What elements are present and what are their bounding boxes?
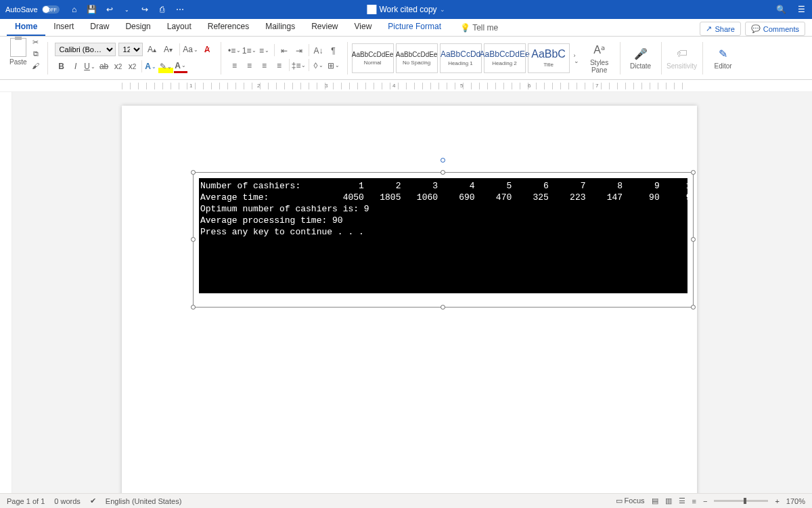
tab-review[interactable]: Review xyxy=(303,18,346,36)
zoom-out-button[interactable]: − xyxy=(703,497,707,505)
resize-handle[interactable] xyxy=(191,305,196,310)
zoom-in-button[interactable]: + xyxy=(775,497,779,505)
strike-button[interactable]: ab xyxy=(97,60,111,73)
document-title[interactable]: Work cited copy ⌄ xyxy=(367,5,445,14)
ribbon: Paste ✂ ⧉ 🖌 Calibri (Bo… 12 A▴ A▾ Aa A̷ … xyxy=(0,37,812,80)
bullets-button[interactable]: •≡ xyxy=(228,44,242,58)
styles-pane-button[interactable]: Aᵃ Styles Pane xyxy=(583,43,616,74)
home-icon[interactable]: ⌂ xyxy=(69,4,80,15)
shading-button[interactable]: ◊ xyxy=(312,59,325,72)
style-title[interactable]: AaBbCTitle xyxy=(528,43,570,73)
style-no-spacing[interactable]: AaBbCcDdEeNo Spacing xyxy=(396,43,438,73)
copy-icon[interactable]: ⧉ xyxy=(31,49,41,59)
resize-handle[interactable] xyxy=(191,170,196,175)
styles-gallery[interactable]: AaBbCcDdEeNormalAaBbCcDdEeNo SpacingAaBb… xyxy=(352,43,570,73)
tab-layout[interactable]: Layout xyxy=(159,18,200,36)
tab-references[interactable]: References xyxy=(200,18,257,36)
print-icon[interactable]: ⎙ xyxy=(157,4,168,15)
superscript-button[interactable]: x2 xyxy=(126,60,139,73)
change-case-button[interactable]: Aa xyxy=(184,43,198,56)
tab-design[interactable]: Design xyxy=(117,18,158,36)
tab-insert[interactable]: Insert xyxy=(45,18,82,36)
chevron-down-icon[interactable]: ⌄ xyxy=(440,6,445,13)
autosave-state: OFF xyxy=(47,7,57,12)
align-center-button[interactable]: ≡ xyxy=(243,59,256,72)
resize-handle[interactable] xyxy=(691,305,696,310)
line-spacing-button[interactable]: ‡≡ xyxy=(292,59,306,72)
zoom-slider[interactable] xyxy=(714,500,768,502)
tab-draw[interactable]: Draw xyxy=(82,18,117,36)
tab-home[interactable]: Home xyxy=(7,18,45,36)
web-layout-icon[interactable]: ☰ xyxy=(679,496,685,505)
borders-button[interactable]: ⊞ xyxy=(327,59,340,72)
vertical-ruler[interactable] xyxy=(0,92,12,493)
language-indicator[interactable]: English (United States) xyxy=(106,497,182,505)
text-effects-button[interactable]: A xyxy=(144,60,158,73)
page-indicator[interactable]: Page 1 of 1 xyxy=(7,497,45,505)
chevron-down-icon[interactable]: ⌄ xyxy=(122,4,133,15)
paste-button[interactable]: Paste xyxy=(9,38,27,66)
search-icon[interactable]: 🔍 xyxy=(775,4,786,15)
more-icon[interactable]: ⋯ xyxy=(175,4,185,15)
redo-icon[interactable]: ↪ xyxy=(139,4,150,15)
bold-button[interactable]: B xyxy=(55,60,68,73)
focus-mode-button[interactable]: ▭ Focus xyxy=(616,496,645,505)
dictate-button[interactable]: 🎤 Dictate xyxy=(625,46,657,70)
outdent-button[interactable]: ⇤ xyxy=(277,44,291,58)
cut-icon[interactable]: ✂ xyxy=(31,38,41,47)
autosave-label: AutoSave xyxy=(5,5,38,14)
style-normal[interactable]: AaBbCcDdEeNormal xyxy=(352,43,394,73)
editor-button[interactable]: ✎ Editor xyxy=(707,46,740,70)
document-area[interactable]: Number of cashiers: 1 2 3 4 5 6 7 8 9 10… xyxy=(0,92,812,493)
font-size-select[interactable]: 12 xyxy=(118,43,143,56)
resize-handle[interactable] xyxy=(691,237,696,242)
word-count[interactable]: 0 words xyxy=(54,497,81,505)
styles-more-button[interactable]: ›⌄ xyxy=(572,51,581,65)
ribbon-display-icon[interactable]: ☰ xyxy=(796,4,807,15)
style-heading-2[interactable]: AaBbCcDdEeHeading 2 xyxy=(484,43,526,73)
spellcheck-icon[interactable]: ✔ xyxy=(90,496,96,505)
font-color-button[interactable]: A xyxy=(174,60,187,73)
share-button[interactable]: ↗ Share xyxy=(700,22,740,36)
subscript-button[interactable]: x2 xyxy=(112,60,125,73)
shrink-font-button[interactable]: A▾ xyxy=(162,43,175,56)
align-right-button[interactable]: ≡ xyxy=(258,59,271,72)
read-mode-icon[interactable]: ▥ xyxy=(665,496,672,505)
outline-icon[interactable]: ≡ xyxy=(692,497,696,505)
toggle-switch[interactable]: OFF xyxy=(42,5,60,14)
tab-picture-format[interactable]: Picture Format xyxy=(380,18,449,36)
resize-handle[interactable] xyxy=(691,170,696,175)
comments-button[interactable]: 💬 Comments xyxy=(745,22,805,36)
sensitivity-button: 🏷 Sensitivity xyxy=(666,46,698,70)
autosave-toggle[interactable]: AutoSave OFF xyxy=(0,5,65,14)
resize-handle[interactable] xyxy=(441,170,445,175)
font-family-select[interactable]: Calibri (Bo… xyxy=(55,43,116,56)
indent-button[interactable]: ⇥ xyxy=(292,44,306,58)
align-left-button[interactable]: ≡ xyxy=(228,59,242,72)
clear-format-button[interactable]: A̷ xyxy=(200,43,214,56)
rotate-handle[interactable] xyxy=(441,158,445,163)
resize-handle[interactable] xyxy=(191,237,196,242)
tell-me[interactable]: 💡 Tell me xyxy=(452,20,506,36)
style-heading-1[interactable]: AaBbCcDdHeading 1 xyxy=(440,43,482,73)
grow-font-button[interactable]: A▴ xyxy=(145,43,159,56)
underline-button[interactable]: U xyxy=(83,60,97,73)
italic-button[interactable]: I xyxy=(69,60,83,73)
print-layout-icon[interactable]: ▤ xyxy=(652,496,658,505)
tab-mailings[interactable]: Mailings xyxy=(257,18,303,36)
save-icon[interactable]: 💾 xyxy=(87,4,97,15)
numbering-button[interactable]: 1≡ xyxy=(243,44,256,58)
horizontal-ruler[interactable]: 1 2 3 4 5 6 7 xyxy=(0,80,812,92)
selected-picture[interactable]: Number of cashiers: 1 2 3 4 5 6 7 8 9 10… xyxy=(193,172,694,308)
format-painter-icon[interactable]: 🖌 xyxy=(31,61,41,70)
highlight-button[interactable]: ✎ xyxy=(158,60,173,73)
sort-button[interactable]: A↓ xyxy=(312,44,325,58)
undo-icon[interactable]: ↩ xyxy=(104,4,115,15)
zoom-level[interactable]: 170% xyxy=(786,497,805,505)
multilevel-button[interactable]: ≡ xyxy=(258,44,271,58)
justify-button[interactable]: ≡ xyxy=(273,59,286,72)
show-marks-button[interactable]: ¶ xyxy=(327,44,340,58)
resize-handle[interactable] xyxy=(441,305,445,310)
page[interactable]: Number of cashiers: 1 2 3 4 5 6 7 8 9 10… xyxy=(122,106,697,493)
tab-view[interactable]: View xyxy=(346,18,380,36)
